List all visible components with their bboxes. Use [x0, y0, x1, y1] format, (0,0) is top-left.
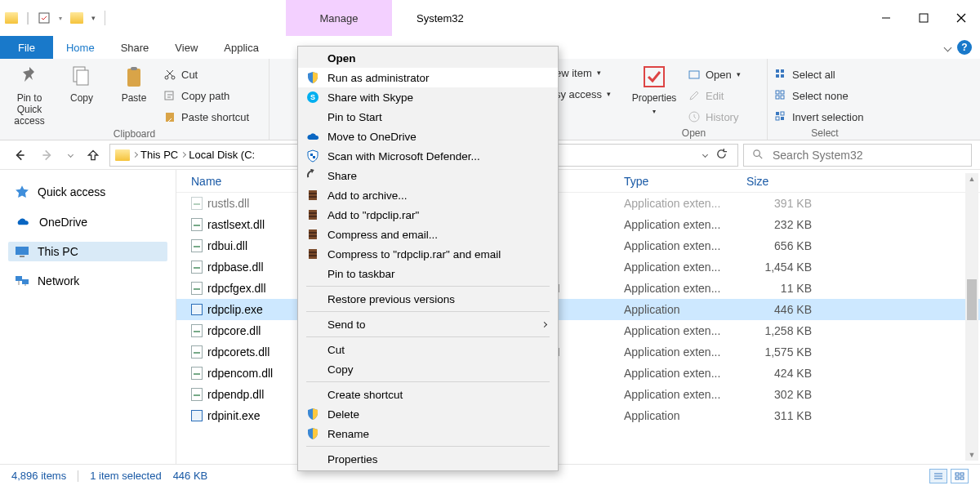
- svg-rect-58: [309, 249, 317, 259]
- maximize-button[interactable]: [905, 0, 942, 36]
- tab-home[interactable]: Home: [53, 36, 108, 59]
- scroll-thumb[interactable]: [967, 279, 977, 320]
- select-none-button[interactable]: Select none: [774, 87, 863, 105]
- menu-item-label: Scan with Microsoft Defender...: [327, 150, 480, 163]
- menu-item[interactable]: Cut: [298, 340, 558, 359]
- edit-button[interactable]: Edit: [688, 87, 741, 105]
- tab-application-tools[interactable]: Applica: [211, 36, 272, 59]
- svg-rect-52: [309, 210, 317, 220]
- menu-item[interactable]: Restore previous versions: [298, 289, 558, 309]
- sidebar-item-onedrive[interactable]: OneDrive: [8, 212, 167, 232]
- column-type[interactable]: Type: [624, 175, 746, 188]
- svg-rect-48: [313, 156, 315, 158]
- svg-rect-32: [16, 247, 29, 255]
- svg-rect-56: [309, 232, 317, 234]
- svg-rect-41: [956, 473, 959, 475]
- divider-icon: |: [21, 11, 34, 24]
- collapse-ribbon-icon[interactable]: [944, 43, 952, 51]
- column-size[interactable]: Size: [746, 175, 820, 188]
- menu-item[interactable]: Copy: [298, 359, 558, 379]
- chevron-right-icon[interactable]: [180, 152, 186, 158]
- scroll-up-icon[interactable]: ▲: [968, 175, 976, 183]
- checkmark-icon: [641, 64, 667, 90]
- easy-access-button[interactable]: sy access ▾: [555, 85, 611, 103]
- select-all-button[interactable]: Select all: [774, 65, 863, 83]
- file-size: 391 KB: [746, 197, 820, 210]
- tab-share[interactable]: Share: [108, 36, 163, 59]
- invert-selection-button[interactable]: Invert selection: [774, 108, 863, 126]
- properties-button[interactable]: Properties ▾: [627, 64, 681, 115]
- vertical-scrollbar[interactable]: ▲ ▼: [965, 173, 978, 461]
- file-name: rastlsext.dll: [207, 218, 265, 231]
- file-size: 1,258 KB: [746, 324, 820, 337]
- svg-rect-17: [781, 69, 784, 73]
- sidebar-item-quick-access[interactable]: Quick access: [8, 181, 167, 203]
- close-button[interactable]: [942, 0, 980, 36]
- paste-button[interactable]: Paste: [111, 64, 157, 105]
- dropdown-icon[interactable]: ▾: [54, 11, 67, 24]
- menu-item-label: Add to archive...: [327, 189, 408, 202]
- svg-rect-11: [165, 91, 173, 100]
- recent-locations-button[interactable]: [64, 144, 77, 167]
- scissors-icon: [163, 68, 176, 81]
- svg-point-30: [754, 150, 760, 157]
- blank-icon: [306, 363, 319, 376]
- menu-item[interactable]: Send to: [298, 314, 558, 334]
- menu-item[interactable]: Move to OneDrive: [298, 127, 558, 146]
- menu-item[interactable]: SShare with Skype: [298, 87, 558, 107]
- copy-button[interactable]: Copy: [59, 64, 105, 105]
- menu-item[interactable]: Add to "rdpclip.rar": [298, 205, 558, 225]
- cut-button[interactable]: Cut: [163, 65, 249, 83]
- file-type: Application: [624, 303, 746, 316]
- menu-item[interactable]: Add to archive...: [298, 185, 558, 205]
- breadcrumb-this-pc[interactable]: This PC: [140, 149, 178, 161]
- sidebar-item-network[interactable]: Network: [8, 271, 167, 291]
- contextual-tab-manage[interactable]: Manage: [286, 0, 392, 36]
- up-button[interactable]: [82, 144, 105, 167]
- help-icon[interactable]: ?: [957, 40, 972, 55]
- history-button[interactable]: History: [688, 108, 741, 126]
- menu-item[interactable]: Create shortcut: [298, 385, 558, 404]
- menu-item[interactable]: Open: [298, 48, 558, 68]
- menu-item[interactable]: Rename: [298, 424, 558, 443]
- menu-item[interactable]: Scan with Microsoft Defender...: [298, 146, 558, 166]
- details-view-button[interactable]: [929, 469, 947, 483]
- address-dropdown-icon[interactable]: [702, 152, 708, 158]
- copy-path-icon: [163, 89, 176, 102]
- exe-icon: [191, 304, 203, 315]
- rar-icon: [306, 208, 319, 221]
- breadcrumb-local-disk[interactable]: Local Disk (C:: [189, 149, 255, 161]
- back-button[interactable]: [8, 144, 31, 167]
- refresh-button[interactable]: [715, 148, 728, 163]
- search-input[interactable]: Search System32: [743, 144, 972, 167]
- forward-button[interactable]: [36, 144, 59, 167]
- svg-rect-24: [776, 112, 779, 115]
- menu-item-label: Add to "rdpclip.rar": [327, 209, 419, 221]
- sidebar-item-this-pc[interactable]: This PC: [8, 242, 167, 261]
- menu-item[interactable]: Pin to taskbar: [298, 264, 558, 283]
- open-button[interactable]: Open ▾: [688, 65, 741, 83]
- menu-item[interactable]: Properties: [298, 449, 558, 469]
- folder-icon[interactable]: [70, 11, 83, 24]
- copy-path-button[interactable]: Copy path: [163, 87, 249, 105]
- menu-item[interactable]: Compress to "rdpclip.rar" and email: [298, 244, 558, 264]
- chevron-down-icon[interactable]: ▾: [87, 11, 100, 24]
- large-icons-view-button[interactable]: [951, 469, 969, 483]
- new-item-button[interactable]: ew item ▾: [555, 64, 611, 82]
- menu-separator: [306, 336, 550, 337]
- tab-file[interactable]: File: [0, 36, 53, 59]
- paste-shortcut-button[interactable]: Paste shortcut: [163, 108, 249, 126]
- pin-to-quick-access-button[interactable]: Pin to Quick access: [7, 64, 52, 127]
- menu-item[interactable]: Pin to Start: [298, 107, 558, 127]
- menu-item[interactable]: Compress and email...: [298, 225, 558, 244]
- svg-rect-47: [310, 154, 313, 156]
- menu-item[interactable]: Run as administrator: [298, 68, 558, 87]
- menu-item[interactable]: Delete: [298, 404, 558, 424]
- minimize-button[interactable]: [867, 0, 905, 36]
- chevron-right-icon[interactable]: [132, 152, 138, 158]
- menu-item[interactable]: Share: [298, 166, 558, 185]
- properties-icon[interactable]: [38, 11, 51, 24]
- scroll-down-icon[interactable]: ▼: [968, 451, 976, 459]
- tab-view[interactable]: View: [162, 36, 211, 59]
- file-size: 446 KB: [746, 303, 820, 316]
